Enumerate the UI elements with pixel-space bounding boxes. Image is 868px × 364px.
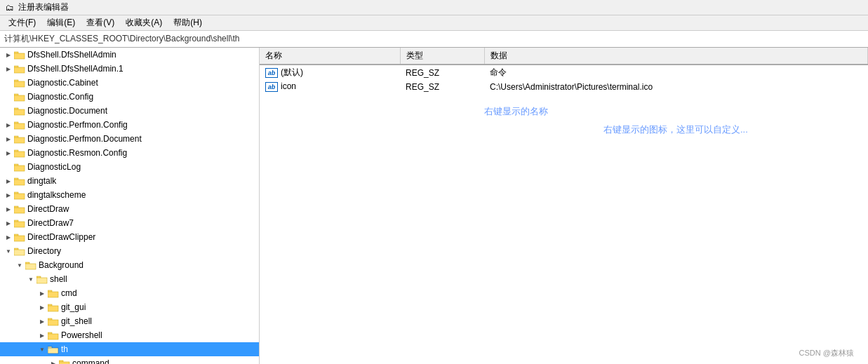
tree-toggle-git-gui[interactable]: ▶ (36, 300, 48, 314)
detail-table: 名称 类型 数据 ab(默认)REG_SZ命令abiconREG_SZC:\Us… (260, 48, 868, 93)
tree-label-dingtalk: dingtalk (27, 176, 56, 186)
svg-rect-25 (14, 222, 25, 227)
tree-label-diagnostic-config: Diagnostic.Config (27, 92, 93, 102)
tree-toggle-shell[interactable]: ▼ (25, 272, 36, 286)
tree-item-git-gui[interactable]: ▶git_gui (0, 300, 259, 314)
tree-item-dingtalk[interactable]: ▶dingtalk (0, 174, 259, 188)
menu-bookmarks[interactable]: 收藏夹(A) (120, 15, 168, 30)
tree-label-directdraw7: DirectDraw7 (27, 218, 74, 228)
tree-item-dingtalkscheme[interactable]: ▶dingtalkscheme (0, 188, 259, 202)
reg-type-icon-icon: ab (265, 82, 278, 92)
tree-label-diagnosticlog: DiagnosticLog (27, 162, 81, 172)
tree-item-directory[interactable]: ▼Directory (0, 244, 259, 258)
svg-rect-11 (14, 123, 25, 129)
folder-icon-dfsshell-dfsshell-admin-1 (14, 64, 25, 74)
tree-label-background: Background (39, 260, 84, 270)
tree-toggle-diagnostic-config (3, 90, 14, 104)
tree-label-diagnostic-document: Diagnostic.Document (27, 106, 107, 116)
svg-rect-17 (14, 166, 25, 171)
col-data[interactable]: 数据 (484, 48, 868, 65)
detail-row-icon[interactable]: abiconREG_SZC:\Users\Administrator\Pictu… (260, 80, 868, 93)
svg-rect-7 (14, 95, 25, 101)
tree-item-diagnostic-perfmon-config[interactable]: ▶Diagnostic.Perfmon.Config (0, 118, 259, 132)
cell-data-icon: C:\Users\Administrator\Pictures\terminal… (484, 80, 868, 93)
tree-label-powershell: Powershell (61, 330, 102, 340)
folder-icon-diagnostic-config (14, 92, 25, 102)
folder-icon-diagnostic-cabinet (14, 78, 25, 88)
tree-label-directdraw: DirectDraw (27, 204, 69, 214)
folder-icon-diagnostic-document (14, 106, 25, 116)
folder-icon-git-gui (48, 302, 59, 312)
tree-toggle-directdrawclipper[interactable]: ▶ (3, 230, 14, 244)
tree-toggle-directdraw7[interactable]: ▶ (3, 216, 14, 230)
svg-rect-39 (48, 320, 58, 325)
tree-label-dfsshell-dfsshell-admin-1: DfsShell.DfsShellAdmin.1 (27, 64, 123, 74)
tree-toggle-powershell[interactable]: ▶ (36, 328, 48, 342)
tree-toggle-dingtalk[interactable]: ▶ (3, 174, 14, 188)
svg-rect-29 (14, 250, 25, 255)
folder-icon-directdraw7 (14, 218, 25, 228)
watermark: CSDN @森林猿 (799, 348, 854, 358)
folder-icon-diagnostic-perfmon-document (14, 134, 25, 144)
tree-toggle-git-shell[interactable]: ▶ (36, 314, 48, 328)
cell-data-default: 命令 (484, 65, 868, 80)
tree-item-command[interactable]: ▶command (0, 356, 259, 364)
cell-type-default: REG_SZ (400, 65, 484, 80)
svg-rect-33 (36, 278, 47, 283)
menu-edit[interactable]: 编辑(E) (41, 15, 81, 30)
svg-rect-27 (14, 236, 25, 241)
tree-item-diagnostic-document[interactable]: Diagnostic.Document (0, 104, 259, 118)
svg-rect-1 (14, 53, 25, 59)
icon-annotation: 右键显示的图标，这里可以自定义... (603, 123, 748, 136)
tree-toggle-diagnostic-perfmon-config[interactable]: ▶ (3, 118, 14, 132)
folder-icon-diagnostic-perfmon-config (14, 120, 25, 130)
menu-file[interactable]: 文件(F) (3, 15, 41, 30)
tree-item-dfsshell-dfsshell-admin[interactable]: ▶DfsShell.DfsShellAdmin (0, 48, 259, 62)
tree-toggle-dfsshell-dfsshell-admin[interactable]: ▶ (3, 48, 14, 62)
col-type[interactable]: 类型 (400, 48, 484, 65)
tree-item-diagnosticlog[interactable]: DiagnosticLog (0, 160, 259, 174)
col-name[interactable]: 名称 (260, 48, 400, 65)
svg-rect-21 (14, 194, 25, 199)
folder-icon-diagnosticlog (14, 162, 25, 172)
tree-toggle-dingtalkscheme[interactable]: ▶ (3, 188, 14, 202)
tree-toggle-directdraw[interactable]: ▶ (3, 202, 14, 216)
tree-panel[interactable]: ▶DfsShell.DfsShellAdmin▶DfsShell.DfsShel… (0, 48, 260, 364)
menu-view[interactable]: 查看(V) (81, 15, 120, 30)
tree-item-background[interactable]: ▼Background (0, 258, 259, 272)
tree-item-directdraw7[interactable]: ▶DirectDraw7 (0, 216, 259, 230)
app-icon: 🗂 (4, 2, 15, 13)
svg-rect-15 (14, 151, 25, 157)
tree-toggle-directory[interactable]: ▼ (3, 244, 14, 258)
tree-item-diagnostic-resmon-config[interactable]: ▶Diagnostic.Resmon.Config (0, 146, 259, 160)
tree-label-diagnostic-perfmon-config: Diagnostic.Perfmon.Config (27, 120, 128, 130)
menu-help[interactable]: 帮助(H) (168, 15, 208, 30)
detail-panel[interactable]: 名称 类型 数据 ab(默认)REG_SZ命令abiconREG_SZC:\Us… (260, 48, 868, 364)
tree-item-diagnostic-cabinet[interactable]: Diagnostic.Cabinet (0, 76, 259, 90)
tree-item-cmd[interactable]: ▶cmd (0, 286, 259, 300)
tree-item-powershell[interactable]: ▶Powershell (0, 328, 259, 342)
tree-toggle-command[interactable]: ▶ (48, 356, 59, 364)
app-title: 注册表编辑器 (18, 1, 69, 13)
tree-toggle-background[interactable]: ▼ (14, 258, 25, 272)
tree-item-shell[interactable]: ▼shell (0, 272, 259, 286)
tree-label-shell: shell (50, 274, 67, 284)
tree-item-git-shell[interactable]: ▶git_shell (0, 314, 259, 328)
cell-name-default: ab(默认) (260, 65, 400, 80)
tree-toggle-cmd[interactable]: ▶ (36, 286, 48, 300)
tree-item-diagnostic-perfmon-document[interactable]: ▶Diagnostic.Perfmon.Document (0, 132, 259, 146)
tree-item-directdraw[interactable]: ▶DirectDraw (0, 202, 259, 216)
tree-toggle-diagnostic-resmon-config[interactable]: ▶ (3, 146, 14, 160)
tree-label-git-gui: git_gui (61, 302, 86, 312)
tree-toggle-dfsshell-dfsshell-admin-1[interactable]: ▶ (3, 62, 14, 76)
folder-icon-cmd (48, 288, 59, 298)
tree-item-dfsshell-dfsshell-admin-1[interactable]: ▶DfsShell.DfsShellAdmin.1 (0, 62, 259, 76)
tree-toggle-diagnostic-perfmon-document[interactable]: ▶ (3, 132, 14, 146)
tree-item-diagnostic-config[interactable]: Diagnostic.Config (0, 90, 259, 104)
detail-row-default[interactable]: ab(默认)REG_SZ命令 (260, 65, 868, 80)
tree-item-th[interactable]: ▼th (0, 342, 259, 356)
tree-label-diagnostic-cabinet: Diagnostic.Cabinet (27, 78, 98, 88)
title-bar: 🗂 注册表编辑器 (0, 0, 868, 15)
tree-toggle-th[interactable]: ▼ (36, 342, 48, 356)
tree-item-directdrawclipper[interactable]: ▶DirectDrawClipper (0, 230, 259, 244)
